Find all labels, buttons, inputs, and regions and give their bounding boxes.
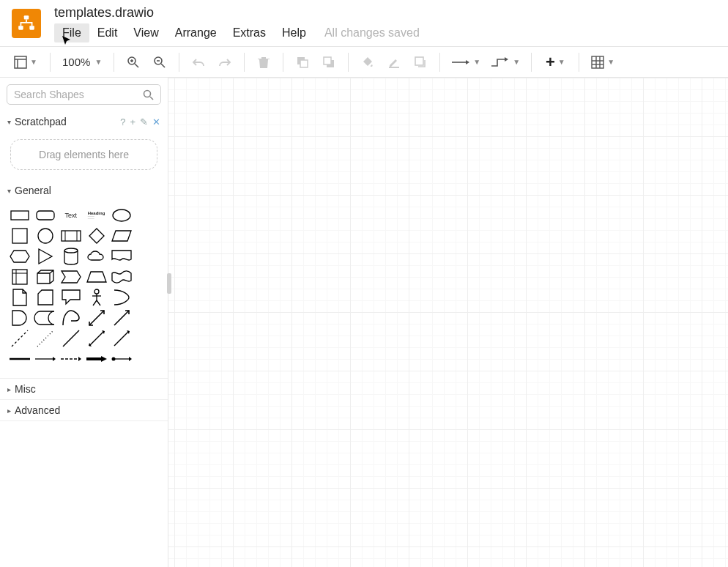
shape-step[interactable] <box>60 268 82 286</box>
shape-and[interactable] <box>9 309 31 327</box>
general-panel-header[interactable]: General <box>0 180 168 201</box>
shape-bidirectional-arrow[interactable] <box>86 309 108 327</box>
scratchpad-panel-header[interactable]: Scratchpad ? + ✎ ✕ <box>0 111 168 132</box>
menu-view[interactable]: View <box>125 23 166 42</box>
shape-dotted-line[interactable] <box>34 330 56 347</box>
shape-note[interactable] <box>9 289 31 306</box>
to-front-button[interactable] <box>291 51 314 74</box>
shape-actor[interactable] <box>86 289 108 306</box>
shape-arrow-filled[interactable] <box>86 350 108 368</box>
shape-thin-arrow[interactable] <box>34 350 56 368</box>
fill-color-button[interactable] <box>356 51 379 74</box>
undo-button[interactable] <box>187 51 210 74</box>
page-view-button[interactable]: ▼ <box>9 56 42 69</box>
to-back-button[interactable] <box>317 51 341 74</box>
shape-connector-dot[interactable] <box>111 350 133 368</box>
shape-or[interactable] <box>111 289 133 306</box>
zoom-value: 100% <box>62 56 90 68</box>
close-icon[interactable]: ✕ <box>152 116 160 127</box>
svg-line-7 <box>135 64 138 67</box>
waypoint-style-button[interactable]: ▼ <box>487 57 524 67</box>
chevron-down-icon: ▼ <box>30 58 37 66</box>
zoom-out-button[interactable] <box>148 51 171 74</box>
shadow-button[interactable] <box>409 51 432 74</box>
header: templates.drawio File Edit View Arrange … <box>0 0 728 47</box>
toolbar-separator <box>114 53 114 72</box>
shape-bidirectional-connector[interactable] <box>86 330 108 347</box>
misc-panel-header[interactable]: Misc <box>0 378 168 399</box>
edit-icon[interactable]: ✎ <box>140 116 148 127</box>
line-color-button[interactable] <box>382 51 406 74</box>
svg-line-11 <box>161 64 165 67</box>
svg-rect-20 <box>592 56 603 68</box>
shape-process[interactable] <box>60 227 82 245</box>
zoom-select[interactable]: 100% ▼ <box>58 51 106 74</box>
shape-parallelogram[interactable] <box>111 227 133 245</box>
menu-help[interactable]: Help <box>274 23 314 42</box>
chevron-down-icon: ▼ <box>94 58 102 66</box>
shape-dashed-line[interactable] <box>9 330 31 347</box>
search-shapes-box[interactable] <box>7 84 161 105</box>
shape-circle[interactable] <box>34 227 56 245</box>
svg-rect-18 <box>415 57 423 65</box>
connection-style-button[interactable]: ▼ <box>447 58 484 67</box>
collapse-icon <box>7 187 11 195</box>
general-shapes-grid: Text Heading—————— <box>0 201 168 378</box>
shape-square[interactable] <box>9 227 31 245</box>
shape-card[interactable] <box>34 289 56 306</box>
shape-data-storage[interactable] <box>34 309 56 327</box>
file-name[interactable]: templates.drawio <box>54 5 420 21</box>
shape-internal-storage[interactable] <box>9 268 31 286</box>
svg-rect-30 <box>12 229 27 243</box>
shape-hexagon[interactable] <box>9 248 31 265</box>
shape-callout[interactable] <box>60 289 82 306</box>
advanced-panel-header[interactable]: Advanced <box>0 399 168 421</box>
shape-textbox[interactable]: Heading—————— <box>86 207 108 224</box>
shape-arrow[interactable] <box>111 309 133 327</box>
delete-button[interactable] <box>252 51 275 74</box>
svg-line-46 <box>12 330 28 346</box>
shape-cloud[interactable] <box>86 248 108 265</box>
svg-line-48 <box>63 330 79 346</box>
zoom-in-button[interactable] <box>122 51 145 74</box>
shape-triangle[interactable] <box>34 248 56 265</box>
shape-link[interactable] <box>9 350 31 368</box>
svg-line-49 <box>89 331 104 346</box>
plus-icon: + <box>546 53 555 72</box>
shape-cylinder[interactable] <box>60 248 82 265</box>
expand-icon <box>7 407 11 415</box>
menu-file[interactable]: File <box>54 23 89 42</box>
shape-curve[interactable] <box>60 309 82 327</box>
toolbar-separator <box>50 53 51 72</box>
shape-line[interactable] <box>60 330 82 347</box>
svg-line-44 <box>89 311 104 325</box>
svg-rect-32 <box>62 231 81 241</box>
shape-directional-connector[interactable] <box>111 330 133 347</box>
help-icon[interactable]: ? <box>120 116 125 127</box>
shape-document[interactable] <box>111 248 133 265</box>
shape-ellipse[interactable] <box>111 207 133 224</box>
shape-text[interactable]: Text <box>60 207 82 224</box>
shape-cube[interactable] <box>34 268 56 286</box>
shape-rounded-rectangle[interactable] <box>34 207 56 224</box>
shape-arrow-open[interactable] <box>60 350 82 368</box>
toolbar-separator <box>348 53 349 72</box>
app-logo[interactable] <box>12 9 41 38</box>
shape-diamond[interactable] <box>86 227 108 245</box>
insert-button[interactable]: + ▼ <box>539 53 571 72</box>
canvas[interactable] <box>168 78 728 567</box>
search-input[interactable] <box>14 89 143 100</box>
menu-extras[interactable]: Extras <box>225 23 274 42</box>
shape-empty <box>136 268 158 286</box>
shape-trapezoid[interactable] <box>86 268 108 286</box>
sidebar-splitter[interactable] <box>167 273 171 294</box>
table-button[interactable]: ▼ <box>587 56 619 69</box>
menu-arrange[interactable]: Arrange <box>167 23 225 42</box>
scratchpad-drop-area[interactable]: Drag elements here <box>10 139 157 170</box>
shape-rectangle[interactable] <box>9 207 31 224</box>
shape-tape[interactable] <box>111 268 133 286</box>
toolbar-separator <box>179 53 179 72</box>
redo-button[interactable] <box>213 51 237 74</box>
add-icon[interactable]: + <box>130 116 135 127</box>
menu-edit[interactable]: Edit <box>89 23 126 42</box>
